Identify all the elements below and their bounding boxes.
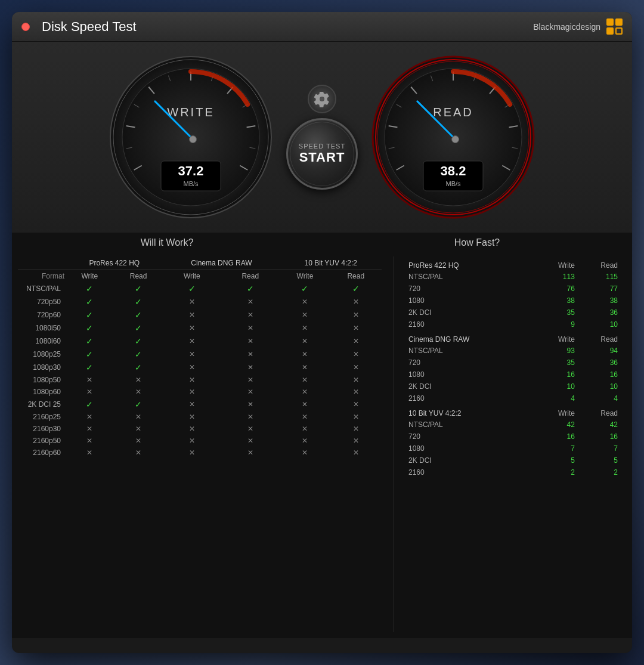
read-value: 38 — [577, 295, 620, 307]
check-cell: ✓ — [114, 295, 163, 308]
window-title: Disk Speed Test — [42, 19, 137, 35]
format-cell: NTSC/PAL — [406, 419, 535, 431]
format-cell: 1080p60 — [18, 386, 66, 398]
table-row: 2160p60✕✕✕✕✕✕ — [18, 447, 382, 459]
read-col-header: Read — [577, 330, 620, 345]
gauge-section: WRITE 37.2 MB/s — [12, 42, 632, 233]
cross-cell: ✕ — [66, 386, 114, 398]
cross-cell: ✕ — [221, 386, 280, 398]
section-name: 10 Bit YUV 4:2:2 — [406, 404, 535, 419]
format-cell: 1080p50 — [18, 374, 66, 386]
start-button[interactable]: SPEED TEST START — [286, 118, 358, 190]
read-value: 77 — [577, 283, 620, 295]
read-value: 115 — [577, 271, 620, 283]
cross-cell: ✕ — [114, 423, 163, 435]
right-table: ProRes 422 HQ Write Read NTSC/PAL 113 11… — [394, 256, 620, 632]
cross-cell: ✕ — [221, 308, 280, 321]
format-cell: 2K DCI — [406, 307, 535, 318]
table-row: 2160 2 2 — [406, 466, 620, 478]
table-row: 2160 4 4 — [406, 392, 620, 404]
format-cell: 1080i60 — [18, 335, 66, 348]
format-cell: 720 — [406, 283, 535, 295]
cross-cell: ✕ — [221, 447, 280, 459]
table-row: 1080 16 16 — [406, 369, 620, 381]
format-col-header: Format — [18, 270, 66, 283]
table-row: 2K DCI 35 36 — [406, 307, 620, 318]
section-header-row: ProRes 422 HQ Write Read — [406, 256, 620, 271]
cross-cell: ✕ — [221, 374, 280, 386]
read-value: 10 — [577, 381, 620, 392]
format-cell: 1080 — [406, 369, 535, 381]
cross-cell: ✕ — [114, 411, 163, 423]
read-value: 94 — [577, 345, 620, 357]
left-table-body: NTSC/PAL✓✓✓✓✓✓720p50✓✓✕✕✕✕720p60✓✓✕✕✕✕10… — [18, 282, 382, 459]
format-cell: NTSC/PAL — [406, 271, 535, 283]
table-row: 720 35 36 — [406, 357, 620, 369]
left-table: ProRes 422 HQ Cinema DNG RAW 10 Bit YUV … — [18, 256, 394, 632]
check-cell: ✓ — [66, 335, 114, 348]
table-row: 2K DCI 25✓✓✕✕✕✕ — [18, 398, 382, 411]
check-cell: ✓ — [114, 282, 163, 295]
check-cell: ✓ — [330, 282, 382, 295]
cross-cell: ✕ — [66, 411, 114, 423]
prores-write-header: Write — [66, 270, 114, 283]
compatibility-table: ProRes 422 HQ Cinema DNG RAW 10 Bit YUV … — [18, 256, 382, 459]
yuv-header: 10 Bit YUV 4:2:2 — [280, 256, 382, 270]
cross-cell: ✕ — [330, 423, 382, 435]
close-button[interactable] — [21, 23, 30, 31]
table-row: 1080 7 7 — [406, 443, 620, 454]
cross-cell: ✕ — [280, 295, 330, 308]
gear-icon[interactable] — [308, 85, 336, 113]
check-cell: ✓ — [114, 348, 163, 361]
cross-cell: ✕ — [66, 447, 114, 459]
table-row: NTSC/PAL✓✓✓✓✓✓ — [18, 282, 382, 295]
cross-cell: ✕ — [66, 423, 114, 435]
table-row: 1080i60✓✓✕✕✕✕ — [18, 335, 382, 348]
check-cell: ✓ — [66, 282, 114, 295]
cdng-read-header: Read — [221, 270, 280, 283]
table-row: 1080p50✕✕✕✕✕✕ — [18, 374, 382, 386]
gauge-container: WRITE 37.2 MB/s — [36, 54, 608, 221]
format-cell: NTSC/PAL — [18, 282, 66, 295]
format-cell: 2K DCI 25 — [18, 398, 66, 411]
yuv-read-header: Read — [330, 270, 382, 283]
read-value: 36 — [577, 307, 620, 318]
table-row: 1080p30✓✓✕✕✕✕ — [18, 361, 382, 374]
left-section-label: Will it Work? — [12, 237, 322, 248]
format-cell: 2160p30 — [18, 423, 66, 435]
col-sub-header-row: Format Write Read Write Read Write Read — [18, 270, 382, 283]
speed-table: ProRes 422 HQ Write Read NTSC/PAL 113 11… — [406, 256, 620, 478]
cross-cell: ✕ — [114, 447, 163, 459]
svg-text:MB/s: MB/s — [445, 180, 461, 187]
write-value: 16 — [535, 369, 577, 381]
cross-cell: ✕ — [280, 321, 330, 335]
format-cell: 2160p60 — [18, 447, 66, 459]
read-value: 10 — [577, 318, 620, 330]
cross-cell: ✕ — [280, 374, 330, 386]
write-value: 5 — [535, 454, 577, 466]
read-gauge-svg: READ 38.2 MB/s — [370, 54, 537, 221]
cross-cell: ✕ — [221, 398, 280, 411]
cross-cell: ✕ — [163, 348, 221, 361]
check-cell: ✓ — [114, 361, 163, 374]
read-value: 16 — [577, 369, 620, 381]
svg-text:WRITE: WRITE — [167, 106, 214, 119]
write-col-header: Write — [535, 330, 577, 345]
check-cell: ✓ — [114, 308, 163, 321]
brand-name: Blackmagicdesign — [533, 22, 600, 32]
cross-cell: ✕ — [221, 435, 280, 447]
format-cell: 2K DCI — [406, 454, 535, 466]
start-button-area: SPEED TEST START — [286, 85, 358, 190]
check-cell: ✓ — [163, 282, 221, 295]
cross-cell: ✕ — [280, 348, 330, 361]
cross-cell: ✕ — [330, 411, 382, 423]
svg-text:37.2: 37.2 — [178, 163, 204, 178]
section-header-row: 10 Bit YUV 4:2:2 Write Read — [406, 404, 620, 419]
table-row: 720p50✓✓✕✕✕✕ — [18, 295, 382, 308]
table-row: 2160 9 10 — [406, 318, 620, 330]
titlebar: Disk Speed Test Blackmagicdesign — [12, 12, 632, 42]
cross-cell: ✕ — [221, 321, 280, 335]
cross-cell: ✕ — [163, 423, 221, 435]
prores-header: ProRes 422 HQ — [66, 256, 163, 270]
format-cell: 2160 — [406, 466, 535, 478]
